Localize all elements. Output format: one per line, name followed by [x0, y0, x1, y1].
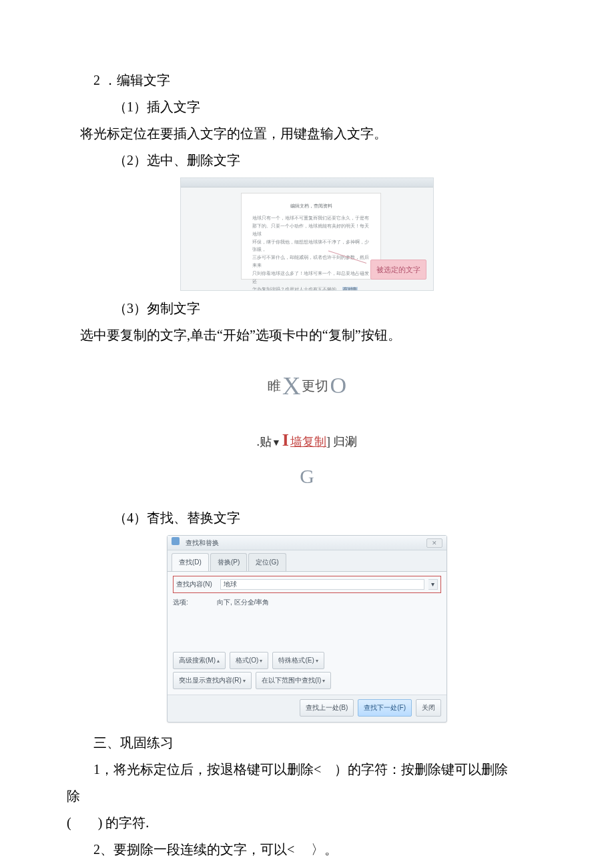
- section-2-title: ．编辑文字: [103, 73, 170, 87]
- chevron-down-icon: ▾: [316, 658, 318, 664]
- format-button-row: 高级搜索(M)▴ 格式(O)▾ 特殊格式(E)▾: [173, 652, 441, 669]
- item-1-label: （1）插入文字: [67, 93, 547, 120]
- dialog-body: 查找内容(N) 地球 ▾ 选项: 向下, 区分全/率角 高级搜索(M)▴ 格式(…: [168, 571, 446, 695]
- doc-text: 怎办复制这吗？也是对人士也有五不够的，: [252, 287, 341, 291]
- screenshot-page: 编辑文档，查阅资料 地球只有一个，地球不可重复而我们还要它永久，于是有 那下的。…: [241, 193, 381, 280]
- doc-line: 环保，继于你我他，细想想地球牌不干净了，多神啊，少张眼，: [252, 239, 370, 255]
- glyph-mid: 更切: [302, 372, 328, 399]
- glyph-g: G: [214, 456, 400, 496]
- btn-label: 特殊格式(E): [278, 657, 314, 664]
- cursor-icon: I: [281, 423, 290, 458]
- find-label: 查找内容(N): [176, 578, 216, 591]
- section-2-heading: 2 ．编辑文字: [67, 67, 547, 93]
- glyph-row-1: 睢 X 更切 O: [214, 360, 400, 411]
- circle-icon: O: [330, 363, 346, 408]
- clipboard-glyph-block: 睢 X 更切 O .贴 ▼ I 墙复制 ] 归涮 G: [214, 360, 400, 496]
- dialog-app-icon: [172, 537, 180, 545]
- glyph-row-2: .贴 ▼ I 墙复制 ] 归涮: [214, 423, 400, 458]
- doc-line: 只到你看地球这么多了！地球可来一个，却总要地占碰发还: [252, 270, 370, 286]
- tab-replace[interactable]: 替换(P): [210, 553, 247, 571]
- options-value: 向下, 区分全/率角: [217, 596, 269, 609]
- item-2-label: （2）选中、删除文字: [67, 147, 547, 173]
- chevron-down-icon: ▾: [431, 578, 434, 591]
- screenshot-toolbar: [181, 178, 433, 187]
- special-format-button[interactable]: 特殊格式(E)▾: [272, 652, 324, 669]
- item-1-body: 将光标定位在要插入文字的位置，用键盘输入文字。: [67, 120, 547, 147]
- doc-line: 地球只有一个，地球不可重复而我们还要它永久，于是有: [252, 215, 370, 223]
- paste-text: .贴: [257, 430, 272, 454]
- question-3: 3、怎样实现文字的格动？文字的移动和发制再操作方法上有什么区: [67, 863, 547, 868]
- format-button[interactable]: 格式(O)▾: [230, 652, 268, 669]
- item-3-body: 选中要复制的文字,单击“开始”选项卡中的“复制”按钮。: [67, 322, 547, 348]
- tab-goto[interactable]: 定位(G): [248, 553, 286, 571]
- find-field-row: 查找内容(N) 地球 ▾: [173, 576, 441, 593]
- question-1-cont-del: 除: [0, 783, 547, 809]
- btn-label: 在以下范围中查找(I): [262, 677, 321, 684]
- find-dropdown-button[interactable]: ▾: [428, 579, 438, 590]
- copy-text: 墙复制: [290, 430, 326, 454]
- dialog-title-wrap: 查找和替换: [172, 536, 219, 550]
- dialog-title: 查找和替换: [186, 539, 219, 546]
- word-doc-screenshot: 编辑文档，查阅资料 地球只有一个，地球不可重复而我们还要它永久，于是有 那下的。…: [180, 177, 434, 291]
- advanced-search-button[interactable]: 高级搜索(M)▴: [173, 652, 226, 669]
- doc-title: 编辑文档，查阅资料: [252, 203, 370, 211]
- glyph-tail: ] 归涮: [326, 430, 358, 454]
- question-2: 2、要捌除一段连续的文字，可以< 〉。: [67, 836, 547, 863]
- highlight-button[interactable]: 突出显示查找内容(R)▾: [173, 672, 252, 689]
- section-2-number: 2: [93, 73, 100, 87]
- highlight-button-row: 突出显示查找内容(R)▾ 在以下范围中查找(I)▾: [173, 672, 441, 689]
- glyph-pre: 睢: [268, 372, 281, 399]
- item-3-label: （3）匆制文字: [67, 295, 547, 322]
- close-dialog-button[interactable]: 关闭: [416, 699, 441, 717]
- find-input[interactable]: 地球: [220, 579, 424, 590]
- find-prev-button[interactable]: 查找上一处(B): [300, 699, 354, 717]
- dialog-footer: 查找上一处(B) 查找下一处(F) 关闭: [168, 695, 446, 722]
- dialog-titlebar: 查找和替换 ✕: [168, 536, 446, 550]
- callout-label: 被选定的文字: [370, 260, 426, 280]
- find-input-value: 地球: [224, 578, 237, 591]
- dialog-tabs: 查找(D) 替换(P) 定位(G): [168, 550, 446, 571]
- section-3-heading: 三、巩固练习: [67, 729, 547, 756]
- btn-label: 高级搜索(M): [179, 657, 216, 664]
- chevron-down-icon: ▾: [243, 678, 246, 684]
- question-1-cont: ( ) 的字符.: [67, 809, 547, 836]
- dialog-spacer: [173, 612, 441, 649]
- search-in-range-button[interactable]: 在以下范围中查找(I)▾: [256, 672, 331, 689]
- btn-label: 格式(O): [236, 657, 258, 664]
- chevron-down-icon: ▾: [260, 658, 262, 664]
- doc-line: 三步可不算什么，却能减弱，或者也许干到的参数，然后来来: [252, 254, 370, 270]
- chevron-up-icon: ▴: [217, 658, 220, 664]
- chevron-down-icon: ▾: [322, 678, 325, 684]
- cut-icon: X: [282, 360, 300, 411]
- btn-label: 突出显示查找内容(R): [179, 677, 242, 684]
- options-label: 选项:: [173, 596, 213, 609]
- question-1: 1，将光标定位后，按退格键可以删除< ）的字符：按删除键可以删除: [67, 756, 547, 783]
- options-row: 选项: 向下, 区分全/率角: [173, 596, 441, 609]
- find-replace-dialog: 查找和替换 ✕ 查找(D) 替换(P) 定位(G) 查找内容(N) 地球 ▾ 选…: [167, 535, 447, 723]
- close-button[interactable]: ✕: [426, 538, 442, 548]
- doc-line: 那下的。只要一个小动作，地球就能有美好的明天！每天地球: [252, 223, 370, 239]
- tab-find[interactable]: 查找(D): [172, 553, 209, 571]
- find-next-button[interactable]: 查找下一处(F): [358, 699, 412, 717]
- selected-text: 在对电: [342, 287, 358, 291]
- doc-line: 怎办复制这吗？也是对人士也有五不够的， 在对电: [252, 286, 370, 291]
- dropdown-icon: ▼: [272, 434, 281, 452]
- item-4-label: （4）杳找、替换文字: [67, 504, 547, 531]
